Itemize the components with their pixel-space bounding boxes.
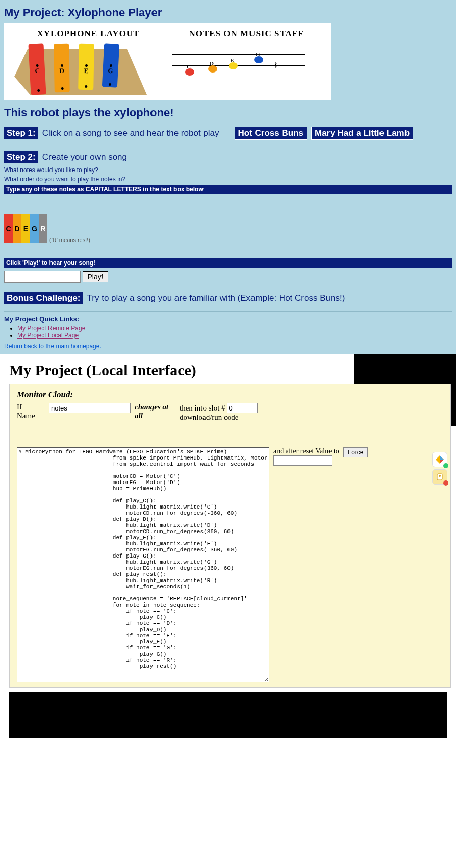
key-g: G xyxy=(30,214,39,243)
code-textarea[interactable] xyxy=(17,447,269,682)
staff-diagram: NOTES ON MUSIC STAFF C D E G 𝄽 xyxy=(172,29,320,95)
reset-input[interactable] xyxy=(273,455,332,466)
link-remote-page[interactable]: My Project Remote Page xyxy=(17,325,85,332)
subtitle: This robot plays the xylophone! xyxy=(4,106,452,119)
bonus-text: Try to play a song you are familiar with… xyxy=(87,293,345,303)
play-row: Play! xyxy=(4,271,452,283)
svg-marker-1 xyxy=(440,455,444,460)
step2-row: Step 2: Create your own song xyxy=(4,151,452,163)
xylo-bar-d: D xyxy=(54,44,70,93)
if-name-label: IfName xyxy=(17,403,45,420)
app-icon-2[interactable] xyxy=(432,469,447,485)
name-input[interactable] xyxy=(49,403,131,413)
svg-marker-2 xyxy=(440,460,444,464)
play-button[interactable]: Play! xyxy=(83,271,108,282)
page-title: My Project: Xylophone Player xyxy=(4,6,452,19)
key-e: E xyxy=(21,214,30,243)
reset-label: and after reset Value to xyxy=(273,447,339,455)
link-local-page[interactable]: My Project Local Page xyxy=(17,332,79,339)
xylo-bar-e: E xyxy=(78,44,94,90)
instruction-band-1: Type any of these notes as CAPITAL LETTE… xyxy=(4,185,452,194)
xylo-bar-g: G xyxy=(102,43,119,87)
staff-note-g xyxy=(254,56,263,63)
step1-badge: Step 1: xyxy=(4,127,38,139)
slot-group: then into slot # download/run code xyxy=(180,403,258,422)
app-icon-1[interactable] xyxy=(432,452,447,467)
quicklinks-list: My Project Remote Page My Project Local … xyxy=(17,325,452,339)
music-staff xyxy=(172,54,305,82)
song-input[interactable] xyxy=(4,271,81,283)
step2-text: Create your own song xyxy=(42,152,127,162)
staff-title: NOTES ON MUSIC STAFF xyxy=(172,29,320,39)
monitor-title: Monitor Cloud: xyxy=(17,390,443,400)
local-panel: My Project (Local Interface) Monitor Clo… xyxy=(0,354,456,688)
staff-note-e xyxy=(229,62,238,69)
xylo-bar-c: C xyxy=(28,43,46,95)
force-button[interactable]: Force xyxy=(343,447,368,457)
step2-badge: Step 2: xyxy=(4,151,38,163)
key-d: D xyxy=(13,214,21,243)
remote-panel: My Project: Xylophone Player XYLOPHONE L… xyxy=(0,0,456,354)
key-r: R xyxy=(39,214,47,243)
slot-input[interactable] xyxy=(227,403,258,413)
monitor-cloud-box: Monitor Cloud: IfName changes at all the… xyxy=(9,384,451,688)
song-hot-cross-buns-button[interactable]: Hot Cross Buns xyxy=(235,127,307,140)
app-icon-column xyxy=(432,452,447,485)
staff-note-c xyxy=(185,68,194,76)
rest-hint: ('R' means rest!) xyxy=(49,237,90,243)
reset-column: and after reset Value to xyxy=(273,447,339,466)
bonus-row: Bonus Challenge: Try to play a song you … xyxy=(4,292,452,304)
illustration: XYLOPHONE LAYOUT C D E G NOTES ON MUSIC … xyxy=(4,23,331,100)
link-homepage[interactable]: Return back to the main homepage. xyxy=(4,343,102,350)
divider xyxy=(4,311,452,312)
instruction-band-2: Click 'Play!' to hear your song! xyxy=(4,258,452,268)
slot-label: then into slot # xyxy=(180,404,225,412)
run-label: download/run code xyxy=(180,413,238,421)
question-2: What order do you want to play the notes… xyxy=(4,176,452,183)
step1-text: Click on a song to see and hear the robo… xyxy=(42,128,219,138)
svg-point-4 xyxy=(439,475,441,477)
bottom-black-bar xyxy=(0,692,456,738)
bonus-badge: Bonus Challenge: xyxy=(4,292,83,304)
step1-row: Step 1: Click on a song to see and hear … xyxy=(4,127,452,140)
xylo-bars: C D E G xyxy=(30,44,118,95)
xylophone-diagram: XYLOPHONE LAYOUT C D E G xyxy=(14,29,162,95)
xylo-title: XYLOPHONE LAYOUT xyxy=(14,29,162,39)
quicklinks-title: My Project Quick Links: xyxy=(4,315,452,323)
note-key-legend: C D E G R ('R' means rest!) xyxy=(4,214,452,243)
key-c: C xyxy=(4,214,13,243)
staff-note-d xyxy=(208,65,217,73)
question-1: What notes would you like to play? xyxy=(4,166,452,174)
song-mary-lamb-button[interactable]: Mary Had a Little Lamb xyxy=(311,127,413,140)
changes-label: changes at all xyxy=(135,403,175,420)
